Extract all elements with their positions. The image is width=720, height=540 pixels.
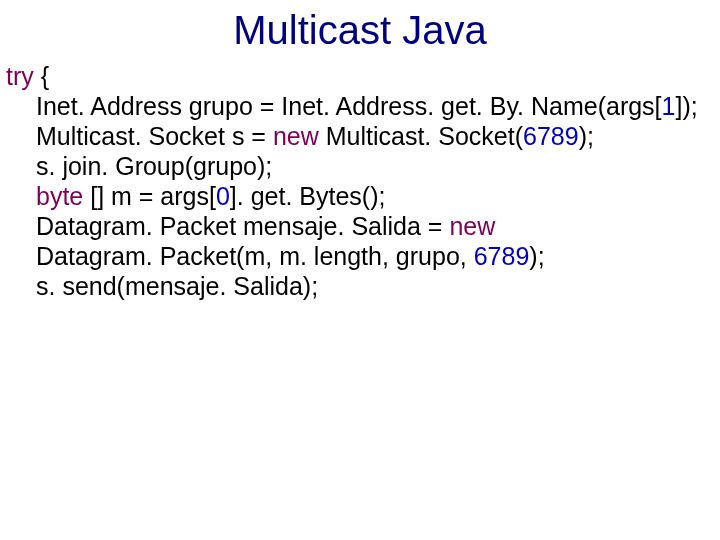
number-literal: 6789: [474, 242, 530, 270]
slide: Multicast Java try { Inet. Address grupo…: [0, 0, 720, 540]
code-text: ]. get. Bytes();: [230, 182, 386, 210]
code-text: ]);: [675, 92, 697, 120]
code-line-5: byte [] m = args[0]. get. Bytes();: [6, 181, 720, 211]
code-text: );: [579, 122, 594, 150]
code-text: Multicast. Socket(: [319, 122, 523, 150]
code-line-6: Datagram. Packet mensaje. Salida = new: [6, 211, 720, 241]
code-block: try { Inet. Address grupo = Inet. Addres…: [0, 61, 720, 301]
code-text: Multicast. Socket s =: [36, 122, 273, 150]
code-text: Datagram. Packet mensaje. Salida =: [36, 212, 449, 240]
keyword-byte: byte: [36, 182, 83, 210]
slide-title: Multicast Java: [0, 0, 720, 61]
code-line-8: s. send(mensaje. Salida);: [6, 271, 720, 301]
number-literal: 6789: [523, 122, 579, 150]
code-line-2: Inet. Address grupo = Inet. Address. get…: [6, 91, 720, 121]
code-line-7: Datagram. Packet(m, m. length, grupo, 67…: [6, 241, 720, 271]
code-text: s. join. Group(grupo);: [36, 152, 272, 180]
code-text: [] m = args[: [83, 182, 216, 210]
code-text: Inet. Address grupo = Inet. Address. get…: [36, 92, 662, 120]
code-text: );: [529, 242, 544, 270]
number-literal: 0: [216, 182, 230, 210]
code-line-1: try {: [6, 61, 720, 91]
code-text: Datagram. Packet(m, m. length, grupo,: [36, 242, 474, 270]
keyword-new: new: [449, 212, 495, 240]
keyword-new: new: [273, 122, 319, 150]
code-text: {: [34, 62, 49, 90]
code-line-4: s. join. Group(grupo);: [6, 151, 720, 181]
keyword-try: try: [6, 62, 34, 90]
code-line-3: Multicast. Socket s = new Multicast. Soc…: [6, 121, 720, 151]
code-text: s. send(mensaje. Salida);: [36, 272, 318, 300]
number-literal: 1: [662, 92, 676, 120]
